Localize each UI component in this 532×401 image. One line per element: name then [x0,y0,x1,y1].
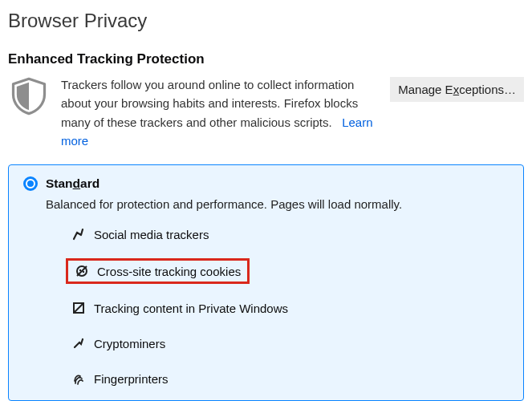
tracker-list: Social media trackers Cross-site trackin… [68,225,509,387]
standard-description: Balanced for protection and performance.… [46,197,509,211]
manage-exceptions-label-prefix: Manage E [398,83,453,96]
manage-exceptions-button[interactable]: Manage Exceptions… [390,77,524,102]
content-icon [71,301,86,315]
standard-label-prefix: Stan [46,176,73,190]
cookie-icon [75,264,89,278]
svg-line-5 [75,304,83,312]
tracker-label: Cryptominers [94,337,165,350]
standard-radio-label: Standard [46,176,99,191]
tracker-item-cookies: Cross-site tracking cookies [68,261,247,282]
standard-option-card[interactable]: Standard Balanced for protection and per… [8,164,524,401]
tracker-label: Cross-site tracking cookies [97,265,241,278]
standard-radio-row[interactable]: Standard [23,176,509,191]
tracker-item-content: Tracking content in Private Windows [68,299,509,317]
tracker-label: Tracking content in Private Windows [94,302,288,315]
tracker-item-fingerprint: Fingerprinters [68,370,509,387]
radio-selected-icon[interactable] [23,176,38,191]
standard-label-hotkey: d [73,176,80,190]
cryptominer-icon [71,336,86,350]
fingerprint-icon [71,371,86,386]
intro-text-body: Trackers follow you around online to col… [61,78,358,129]
page-title: Browser Privacy [8,10,524,32]
tracker-item-social: Social media trackers [68,225,509,243]
manage-exceptions-hotkey: x [453,83,460,96]
section-title: Enhanced Tracking Protection [8,51,524,67]
shield-icon [8,75,50,119]
tracker-label: Social media trackers [94,228,209,241]
manage-exceptions-label-suffix: ceptions… [459,83,516,96]
tracker-item-crypto: Cryptominers [68,334,509,352]
standard-label-suffix: ard [80,176,99,190]
tracker-label: Fingerprinters [94,372,169,386]
intro-description: Trackers follow you around online to col… [61,75,379,150]
intro-row: Trackers follow you around online to col… [8,75,524,150]
social-icon [71,227,86,241]
